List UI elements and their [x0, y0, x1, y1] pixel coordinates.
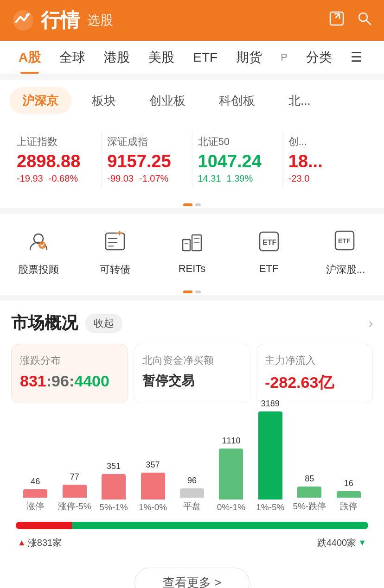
bar-col-limit-down: 16 跌停 [329, 479, 368, 512]
tab-futures[interactable]: 期货 [227, 41, 271, 74]
stat-value-main-flow: -282.63亿 [265, 372, 364, 393]
header-icons [328, 10, 373, 31]
stat-label-main-flow: 主力净流入 [265, 354, 364, 367]
dot-1 [183, 203, 192, 206]
index-change-abs-sz: -99.03 [107, 173, 134, 184]
quick-item-reits[interactable]: REITs [154, 225, 230, 277]
fall-portion [72, 522, 368, 529]
tab-menu[interactable]: ☰ [341, 41, 371, 74]
rise-fall-bar-container: ▲ 涨831家 跌4400家 ▼ [11, 512, 373, 549]
fall-family-label: 跌4400家 [317, 537, 357, 549]
share-icon[interactable] [328, 10, 345, 31]
index-dots [0, 199, 384, 208]
fall-label-text: 跌4400家 ▼ [317, 537, 366, 549]
index-card-shenzhen[interactable]: 深证成指 9157.25 -99.03 -1.07% [102, 131, 192, 188]
quick-item-advisor[interactable]: 股票投顾 [0, 225, 77, 277]
index-change-abs-n50: 14.31 [198, 173, 221, 184]
main-tab-bar: A股 全球 港股 美股 ETF 期货 P 分类 ☰ [0, 41, 384, 74]
separator-2: : [69, 372, 74, 390]
stat-value-north-flow: 暂停交易 [142, 372, 242, 390]
index-card-chinext[interactable]: 创... 18... -23.0 [283, 131, 373, 188]
index-value-chinext: 18... [288, 152, 367, 171]
bar-label-0to1: 0%-1% [217, 502, 245, 512]
quick-dots [0, 286, 384, 295]
index-name-shenzhen: 深证成指 [107, 135, 186, 149]
stat-card-north-flow[interactable]: 北向资金净买额 暂停交易 [134, 344, 250, 403]
tab-us[interactable]: 美股 [139, 41, 184, 74]
index-change-pct: -0.68% [49, 173, 78, 184]
bar-rect-96 [180, 488, 204, 498]
index-card-shanghai[interactable]: 上证指数 2898.88 -19.93 -0.68% [11, 131, 102, 188]
see-more-row: 查看更多 > [11, 558, 373, 588]
bar-val-16: 16 [344, 479, 353, 488]
bar-label-5todl: 5%-跌停 [293, 500, 326, 512]
tab-p[interactable]: P [271, 41, 297, 74]
quick-label-etf: ETF [259, 263, 279, 275]
sub-tab-shanghai[interactable]: 沪深京 [9, 87, 71, 114]
stat-label-north-flow: 北向资金净买额 [142, 354, 242, 367]
fall-arrow-icon: ▼ [358, 538, 366, 548]
market-title: 市场概况 [11, 312, 78, 335]
bar-label-flat: 平盘 [183, 500, 201, 512]
svg-line-3 [366, 20, 371, 25]
stat-card-rise-fall[interactable]: 涨跌分布 831:96:4400 [11, 344, 128, 403]
bar-rect-85 [297, 487, 321, 498]
bond-icon [98, 225, 132, 258]
bar-rect-351 [102, 474, 126, 499]
quick-item-hushen[interactable]: ETF 沪深股... [307, 225, 384, 277]
rise-fall-bar [16, 522, 368, 529]
bar-label-limit-up: 涨停 [26, 500, 44, 512]
advisor-icon [22, 225, 55, 258]
tab-etf[interactable]: ETF [184, 41, 227, 74]
quick-label-bond: 可转债 [100, 263, 130, 277]
header-title: 行情 [41, 7, 80, 33]
rise-fall-labels: ▲ 涨831家 跌4400家 ▼ [16, 537, 368, 549]
market-arrow-icon[interactable]: › [369, 316, 373, 331]
index-name-north50: 北证50 [198, 135, 277, 149]
index-name-chinext: 创... [288, 135, 367, 149]
index-cards: 上证指数 2898.88 -19.93 -0.68% 深证成指 9157.25 … [0, 122, 384, 199]
sub-tab-north[interactable]: 北... [275, 87, 324, 114]
search-icon[interactable] [356, 10, 373, 31]
index-value-north50: 1047.24 [198, 152, 277, 171]
stat-card-main-flow[interactable]: 主力净流入 -282.63亿 [256, 344, 373, 403]
stat-label-rise-fall: 涨跌分布 [20, 354, 119, 367]
sub-tab-chinext[interactable]: 创业板 [136, 87, 198, 114]
index-card-north50[interactable]: 北证50 1047.24 14.31 1.39% [192, 131, 283, 188]
sub-tab-sector[interactable]: 板块 [79, 87, 129, 114]
etf-icon: ETF [252, 225, 286, 258]
sub-tab-star[interactable]: 科创板 [206, 87, 268, 114]
stats-cards-row: 涨跌分布 831:96:4400 北向资金净买额 暂停交易 主力净流入 -282… [11, 344, 373, 403]
index-change-abs: -19.93 [17, 173, 43, 184]
quick-item-etf[interactable]: ETF ETF [230, 225, 307, 277]
bar-val-3189: 3189 [261, 399, 280, 409]
bar-rect-46 [23, 489, 47, 498]
index-name-shanghai: 上证指数 [17, 135, 96, 149]
tab-category[interactable]: 分类 [297, 41, 341, 74]
bar-rect-16 [337, 491, 361, 498]
rise-portion [16, 522, 72, 529]
svg-rect-6 [106, 233, 124, 250]
fall-count-val: 4400 [74, 372, 109, 390]
bar-val-85: 85 [305, 474, 314, 484]
rise-count: 831 [20, 372, 46, 390]
bar-label-up5: 涨停-5% [58, 500, 91, 512]
collapse-button[interactable]: 收起 [85, 314, 122, 333]
index-change-north50: 14.31 1.39% [198, 173, 277, 184]
index-change-shanghai: -19.93 -0.68% [17, 173, 96, 184]
bar-label-1to0: 1%-0% [139, 502, 167, 512]
quick-label-reits: REITs [179, 263, 206, 275]
quick-item-bond[interactable]: 可转债 [77, 225, 154, 277]
bar-label-1to5: 1%-5% [256, 502, 284, 512]
market-overview: 市场概况 收起 › 涨跌分布 831:96:4400 北向资金净买额 暂停交易 … [0, 301, 384, 588]
svg-rect-10 [183, 240, 190, 251]
reits-icon [175, 225, 209, 258]
see-more-button[interactable]: 查看更多 > [134, 568, 250, 588]
svg-text:ETF: ETF [262, 239, 276, 247]
bar-val-77: 77 [70, 472, 79, 482]
market-header: 市场概况 收起 › [11, 312, 373, 335]
flat-count: 96 [51, 372, 69, 390]
tab-hk[interactable]: 港股 [95, 41, 139, 74]
tab-global[interactable]: 全球 [50, 41, 95, 74]
tab-a-stock[interactable]: A股 [9, 41, 50, 74]
